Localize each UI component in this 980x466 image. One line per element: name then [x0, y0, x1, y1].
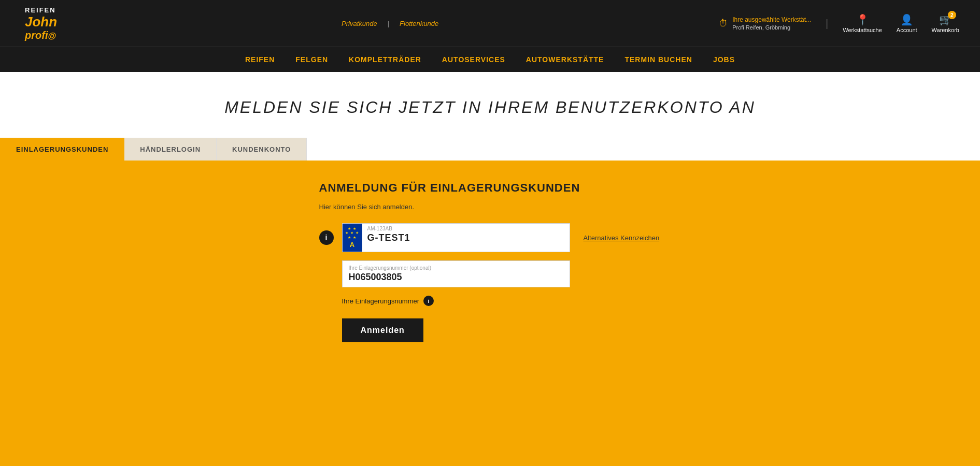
werkstatt-sublabel: Profi Reifen, Gröbming	[732, 24, 811, 31]
nav-reifen[interactable]: REIFEN	[245, 55, 275, 64]
submit-button[interactable]: Anmelden	[342, 318, 423, 342]
werkstattsuche-label: Werkstattsuche	[843, 27, 882, 33]
logo[interactable]: REIFEN John profiⓄ	[21, 4, 61, 42]
logo-john-text: John	[25, 14, 57, 30]
cart-count: 2	[948, 11, 956, 19]
eu-flag: ★ ★★ ★ ★★ ★ A	[343, 224, 362, 252]
flottenkunde-link[interactable]: Flottenkunde	[400, 20, 438, 27]
header-top: REIFEN John profiⓄ Privatkunde | Flotten…	[0, 0, 980, 47]
location-icon: 📍	[856, 13, 869, 26]
form-section: ANMELDUNG FÜR EINLAGERUNGSKUNDEN Hier kö…	[309, 181, 672, 342]
account-button[interactable]: 👤 Account	[897, 13, 917, 33]
logo-profi-text: profiⓄ	[25, 30, 57, 40]
page-title: MELDEN SIE SICH JETZT IN IHREM BENUTZERK…	[10, 98, 970, 117]
header: REIFEN John profiⓄ Privatkunde | Flotten…	[0, 0, 980, 72]
main-navigation: REIFEN FELGEN KOMPLETTRÄDER AUTOSERVICES…	[0, 47, 980, 72]
customer-type-links: Privatkunde | Flottenkunde	[342, 20, 438, 27]
werkstatt-icon: ⏱	[719, 18, 728, 29]
plate-input[interactable]	[367, 232, 564, 243]
warenkorb-button[interactable]: 🛒 2 Warenkorb	[932, 13, 959, 33]
nav-autowerkstaette[interactable]: AUTOWERKSTÄTTE	[526, 55, 604, 64]
einlagerung-info-text: Ihre Einlagerungsnummer	[342, 297, 420, 305]
alt-kennzeichen-link[interactable]: Alternatives Kennzeichen	[584, 234, 660, 242]
nav-jobs[interactable]: JOBS	[713, 55, 735, 64]
cart-badge: 🛒 2	[939, 13, 952, 26]
einlagerung-info-icon[interactable]: i	[423, 296, 434, 306]
werkstatt-info[interactable]: ⏱ Ihre ausgewählte Werkstät... Profi Rei…	[719, 16, 811, 31]
account-icon: 👤	[900, 13, 913, 26]
nav-kompletraeder[interactable]: KOMPLETTRÄDER	[349, 55, 421, 64]
tab-einlagerungskunden[interactable]: EINLAGERUNGSKUNDEN	[0, 138, 124, 161]
logo-reifen-text: REIFEN	[25, 6, 57, 14]
nav-termin-buchen[interactable]: TERMIN BUCHEN	[624, 55, 692, 64]
werkstattsuche-button[interactable]: 📍 Werkstattsuche	[843, 13, 882, 33]
tab-haendlerlogin[interactable]: HÄNDLERLOGIN	[124, 138, 217, 161]
divider: |	[826, 18, 828, 30]
plate-info-button[interactable]: i	[319, 230, 334, 245]
warenkorb-label: Warenkorb	[932, 27, 959, 33]
einlagerung-input-wrapper: Ihre Einlagerungsnummer (optional)	[342, 260, 570, 287]
plate-input-wrapper: ★ ★★ ★ ★★ ★ A AM-123AB	[342, 223, 570, 252]
tabs-row: EINLAGERUNGSKUNDEN HÄNDLERLOGIN KUNDENKO…	[0, 138, 980, 161]
info-row: Ihre Einlagerungsnummer i	[342, 296, 661, 306]
werkstatt-label: Ihre ausgewählte Werkstät...	[732, 16, 811, 24]
header-right: ⏱ Ihre ausgewählte Werkstät... Profi Rei…	[719, 13, 959, 33]
main-content: ANMELDUNG FÜR EINLAGERUNGSKUNDEN Hier kö…	[0, 161, 980, 466]
form-subtitle: Hier können Sie sich anmelden.	[319, 203, 661, 211]
page-title-section: MELDEN SIE SICH JETZT IN IHREM BENUTZERK…	[0, 72, 980, 138]
form-title: ANMELDUNG FÜR EINLAGERUNGSKUNDEN	[319, 181, 661, 195]
eu-country-code: A	[350, 241, 354, 249]
plate-label: AM-123AB	[367, 226, 564, 231]
plate-fields: AM-123AB	[362, 224, 570, 252]
nav-autoservices[interactable]: AUTOSERVICES	[442, 55, 505, 64]
privatkunde-link[interactable]: Privatkunde	[342, 20, 377, 27]
plate-row: i ★ ★★ ★ ★★ ★ A AM-123AB Alternatives Ke…	[319, 223, 661, 252]
einlagerung-label: Ihre Einlagerungsnummer (optional)	[349, 265, 563, 271]
eu-stars: ★ ★★ ★ ★★ ★	[345, 227, 359, 240]
account-label: Account	[897, 27, 917, 33]
einlagerung-input[interactable]	[349, 272, 563, 283]
tab-kundenkonto[interactable]: KUNDENKONTO	[217, 138, 307, 161]
nav-felgen[interactable]: FELGEN	[295, 55, 328, 64]
